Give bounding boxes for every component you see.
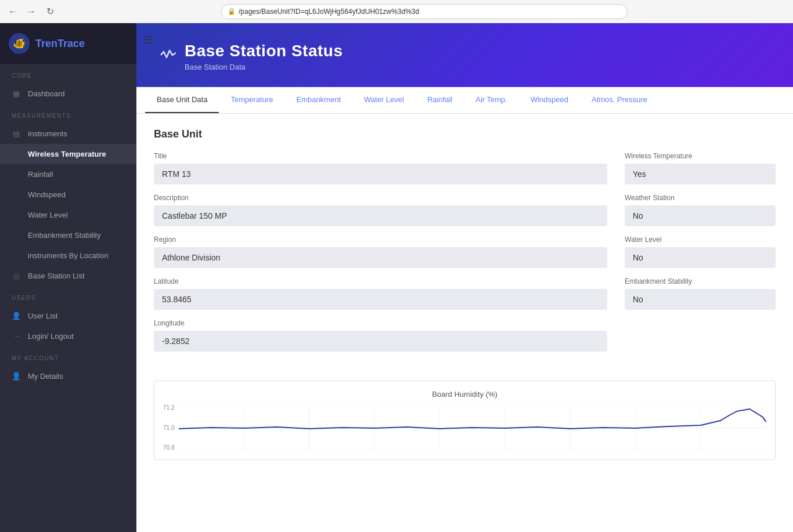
sidebar-item-label: Water Level — [28, 211, 68, 219]
hamburger-button[interactable]: ☰ — [144, 34, 153, 46]
chart-layout: 71.2 71.0 70.8 — [163, 404, 766, 451]
field-label-region: Region — [154, 236, 607, 244]
field-value-weather-station: No — [625, 205, 776, 226]
sidebar-item-label: Wireless Temperature — [28, 150, 106, 158]
sidebar-item-rainfall[interactable]: Rainfall — [0, 164, 136, 184]
field-value-region: Athlone Division — [154, 247, 607, 268]
sidebar: 🐠 TrenTrace CORE ▦ Dashboard MEASUREMENT… — [0, 23, 136, 532]
chart-title: Board Humidity (%) — [163, 390, 766, 399]
login-icon: → — [12, 332, 21, 341]
field-embankment-stability: Embankment Stability No — [625, 277, 776, 310]
chart-y-labels: 71.2 71.0 70.8 — [163, 404, 174, 451]
section-title-core: CORE — [0, 64, 136, 84]
y-label-bot: 70.8 — [163, 444, 174, 451]
field-label-weather-station: Weather Station — [625, 194, 776, 202]
right-fields: Wireless Temperature Yes Weather Station… — [625, 152, 776, 352]
page-header-icon — [160, 47, 176, 67]
field-region: Region Athlone Division — [154, 236, 607, 268]
sidebar-section-measurements: MEASUREMENTS ▤ Instruments Wireless Temp… — [0, 104, 136, 286]
field-label-wireless-temp: Wireless Temperature — [625, 152, 776, 160]
tab-rainfall[interactable]: Rainfall — [416, 87, 464, 113]
sidebar-item-user-list[interactable]: 👤 User List — [0, 306, 136, 326]
page-header-text: Base Station Status Base Station Data — [185, 42, 343, 71]
field-label-latitude: Latitude — [154, 277, 607, 285]
sidebar-item-my-details[interactable]: 👤 My Details — [0, 366, 136, 386]
field-water-level: Water Level No — [625, 236, 776, 268]
content-inner: Base Unit Title RTM 13 Description Castl… — [136, 114, 793, 366]
sidebar-section-users: USERS 👤 User List → Login/ Logout — [0, 286, 136, 346]
sidebar-item-label: User List — [28, 312, 57, 320]
sidebar-item-label: Base Station List — [28, 272, 85, 280]
tab-atmos-pressure[interactable]: Atmos. Pressure — [580, 87, 659, 113]
field-label-embankment-stability: Embankment Stability — [625, 277, 776, 285]
section-title-measurements: MEASUREMENTS — [0, 104, 136, 124]
chart-container: Board Humidity (%) 71.2 71.0 70.8 — [154, 381, 776, 460]
field-value-embankment-stability: No — [625, 289, 776, 310]
tabs-bar: Base Unit Data Temperature Embankment Wa… — [136, 87, 793, 114]
y-label-top: 71.2 — [163, 404, 174, 411]
sidebar-item-label: My Details — [28, 372, 63, 381]
logo-icon: 🐠 — [9, 33, 30, 54]
field-value-latitude: 53.8465 — [154, 289, 607, 310]
section-title: Base Unit — [154, 128, 776, 140]
field-label-title: Title — [154, 152, 607, 160]
field-longitude: Longitude -9.2852 — [154, 319, 607, 352]
field-label-water-level: Water Level — [625, 236, 776, 244]
logo-text: TrenTrace — [35, 38, 85, 50]
sidebar-item-water-level[interactable]: Water Level — [0, 205, 136, 225]
tab-embankment[interactable]: Embankment — [284, 87, 352, 113]
section-title-users: USERS — [0, 286, 136, 306]
sidebar-item-label: Login/ Logout — [28, 332, 74, 341]
field-latitude: Latitude 53.8465 — [154, 277, 607, 310]
lock-icon: 🔒 — [228, 8, 236, 15]
page-header: Base Station Status Base Station Data — [136, 23, 793, 87]
field-value-description: Castlebar 150 MP — [154, 205, 607, 226]
field-value-longitude: -9.2852 — [154, 331, 607, 352]
page-title: Base Station Status — [185, 42, 343, 60]
tab-air-temp[interactable]: Air Temp. — [464, 87, 519, 113]
main-content: ☰ Base Station Status Base Station Data … — [136, 23, 793, 532]
reload-button[interactable]: ↻ — [43, 5, 57, 19]
forward-button[interactable]: → — [24, 5, 38, 19]
field-value-wireless-temp: Yes — [625, 164, 776, 184]
sidebar-item-label: Embankment Stability — [28, 231, 101, 240]
field-description: Description Castlebar 150 MP — [154, 194, 607, 226]
field-wireless-temp: Wireless Temperature Yes — [625, 152, 776, 184]
y-label-mid: 71.0 — [163, 425, 174, 431]
field-label-description: Description — [154, 194, 607, 202]
url-bar[interactable]: 🔒 /pages/BaseUnit?ID=qL6JoWjHg564yfJdUH0… — [221, 4, 628, 19]
base-station-icon: ◎ — [12, 272, 21, 280]
tab-base-unit-data[interactable]: Base Unit Data — [145, 87, 219, 113]
url-text: /pages/BaseUnit?ID=qL6JoWjHg564yfJdUH01z… — [239, 8, 419, 16]
sidebar-item-base-station-list[interactable]: ◎ Base Station List — [0, 266, 136, 286]
sidebar-item-windspeed[interactable]: Windspeed — [0, 184, 136, 205]
sidebar-item-wireless-temperature[interactable]: Wireless Temperature — [0, 144, 136, 164]
sidebar-item-label: Instruments — [28, 129, 67, 138]
sidebar-item-label: instruments By Location — [28, 251, 109, 260]
tab-water-level[interactable]: Water Level — [352, 87, 416, 113]
tab-temperature[interactable]: Temperature — [219, 87, 284, 113]
sidebar-item-instruments-by-location[interactable]: instruments By Location — [0, 245, 136, 266]
page-subtitle: Base Station Data — [185, 63, 343, 71]
content-area: Base Unit Data Temperature Embankment Wa… — [136, 87, 793, 532]
back-button[interactable]: ← — [6, 5, 20, 19]
field-value-title: RTM 13 — [154, 164, 607, 184]
sidebar-item-label: Windspeed — [28, 190, 66, 199]
sidebar-item-embankment-stability[interactable]: Embankment Stability — [0, 225, 136, 245]
sidebar-item-dashboard[interactable]: ▦ Dashboard — [0, 84, 136, 104]
sidebar-section-my-account: MY ACCOUNT 👤 My Details — [0, 346, 136, 386]
section-title-my-account: MY ACCOUNT — [0, 346, 136, 366]
my-details-icon: 👤 — [12, 372, 21, 381]
form-layout: Title RTM 13 Description Castlebar 150 M… — [154, 152, 776, 352]
sidebar-item-instruments[interactable]: ▤ Instruments — [0, 124, 136, 144]
field-value-water-level: No — [625, 247, 776, 268]
chart-svg — [179, 404, 766, 451]
left-fields: Title RTM 13 Description Castlebar 150 M… — [154, 152, 607, 352]
instruments-icon: ▤ — [12, 129, 21, 138]
browser-bar: ← → ↻ 🔒 /pages/BaseUnit?ID=qL6JoWjHg564y… — [0, 0, 793, 23]
app-container: 🐠 TrenTrace CORE ▦ Dashboard MEASUREMENT… — [0, 23, 793, 532]
sidebar-item-login-logout[interactable]: → Login/ Logout — [0, 326, 136, 346]
sidebar-item-label: Dashboard — [28, 89, 65, 98]
logo-trace: Trace — [57, 38, 85, 49]
tab-windspeed[interactable]: Windspeed — [519, 87, 580, 113]
